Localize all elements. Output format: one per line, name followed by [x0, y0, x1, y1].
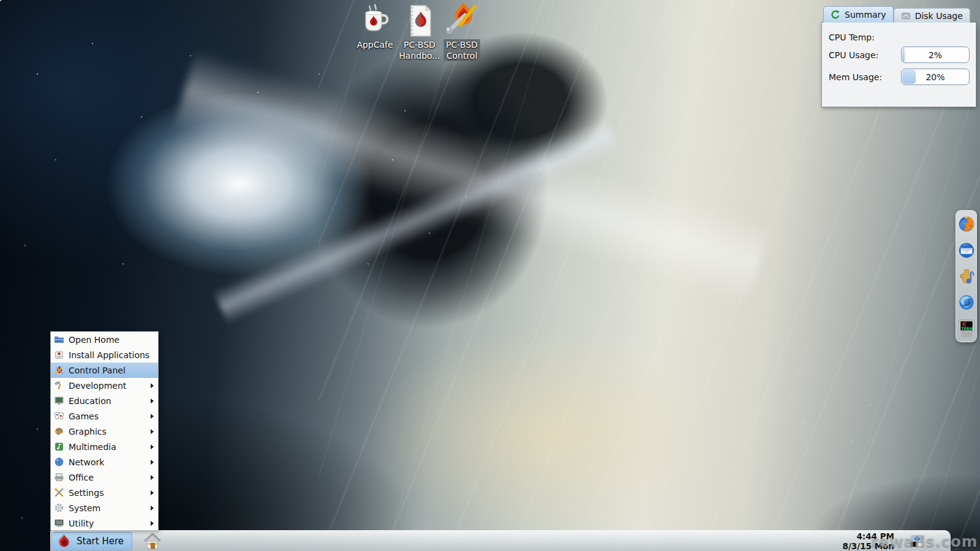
taskbar: Start Here 4:44 PM 8/3/15 Mon [50, 530, 951, 551]
pcbsd-flame-icon [56, 533, 72, 549]
desktop-icon-label: PC-BSD Control [443, 39, 480, 61]
menu-item-system[interactable]: System [51, 500, 158, 515]
desktop-icon-appcafe[interactable]: AppCafe [352, 4, 398, 50]
control-tools-icon [443, 1, 480, 38]
menu-item-open-home[interactable]: Open Home [51, 332, 158, 347]
disk-icon [901, 11, 911, 21]
submenu-arrow-icon [151, 475, 154, 480]
juk-music-icon [957, 267, 976, 285]
dock-item-thunderbird[interactable] [957, 241, 976, 260]
monitor-icon [54, 518, 64, 528]
submenu-arrow-icon [151, 399, 154, 403]
menu-item-office[interactable]: Office [51, 470, 158, 485]
menu-item-multimedia[interactable]: Multimedia [51, 439, 158, 454]
cpu-temp-row: CPU Temp: [829, 29, 970, 45]
control-panel-icon [54, 365, 64, 375]
monitor-tabs: Summary Disk Usage [821, 6, 976, 23]
gear-icon [54, 503, 64, 513]
submenu-arrow-icon [151, 490, 154, 495]
cards-icon [54, 411, 64, 421]
blackboard-icon [54, 395, 64, 406]
menu-item-graphics[interactable]: Graphics [51, 424, 158, 439]
menu-item-control-panel[interactable]: Control Panel [51, 362, 158, 378]
desktop-icon-label: AppCafe [356, 39, 393, 50]
desktop: AppCafe PC-BSD Handbo... [0, 0, 980, 551]
submenu-arrow-icon [151, 460, 154, 465]
home-button[interactable] [142, 531, 163, 551]
menu-item-utility[interactable]: Utility [51, 515, 158, 531]
menu-item-network[interactable]: Network [51, 454, 158, 470]
xterm-icon: X TERM [957, 319, 976, 337]
tab-disk-usage[interactable]: Disk Usage [894, 8, 970, 23]
dock-item-music-player[interactable] [957, 267, 976, 285]
submenu-arrow-icon [151, 444, 154, 449]
cpu-usage-row: CPU Usage: 2% [829, 47, 970, 63]
system-monitor-widget: Summary Disk Usage CPU Temp: CPU Usage: … [821, 6, 976, 107]
dock-item-firefox[interactable] [957, 215, 976, 233]
mem-usage-row: Mem Usage: 20% [829, 69, 970, 85]
submenu-arrow-icon [151, 383, 154, 388]
thunderbird-icon [957, 241, 976, 260]
menu-item-settings[interactable]: Settings [51, 485, 158, 500]
submenu-arrow-icon [151, 429, 154, 434]
monitor-body: CPU Temp: CPU Usage: 2% Mem Usage: 20% [821, 22, 976, 107]
start-menu: Open Home Install Applications Control P… [50, 331, 159, 530]
handbook-document-icon [402, 4, 437, 38]
crossed-tools-icon [54, 487, 64, 498]
menu-item-development[interactable]: Development [51, 378, 158, 393]
palette-icon [54, 426, 64, 437]
konqueror-globe-icon [957, 293, 976, 312]
house-icon [143, 532, 162, 550]
submenu-arrow-icon [151, 506, 154, 511]
hammer-icon [54, 380, 64, 391]
menu-item-install-applications[interactable]: Install Applications [51, 347, 158, 362]
dock-item-browser[interactable] [957, 293, 976, 312]
dock-item-xterm[interactable]: X TERM [957, 319, 976, 337]
svg-text:TERM: TERM [961, 326, 973, 331]
desktop-icon-control[interactable]: PC-BSD Control [439, 1, 484, 61]
wallpaper-watermark: rewalls.com [871, 533, 978, 550]
refresh-icon [831, 10, 840, 20]
tab-summary[interactable]: Summary [823, 6, 894, 23]
package-icon [54, 350, 64, 360]
cpu-usage-bar: 2% [901, 47, 970, 63]
stars-decoration [0, 0, 1, 1]
home-folder-icon [54, 334, 64, 345]
menu-item-games[interactable]: Games [51, 408, 158, 424]
firefox-icon [957, 215, 976, 233]
mem-usage-bar: 20% [901, 69, 970, 85]
quick-launch-dock: X TERM [956, 210, 977, 342]
start-button[interactable]: Start Here [51, 532, 132, 550]
submenu-arrow-icon [151, 521, 154, 526]
globe-icon [54, 457, 64, 467]
desktop-icon-label: PC-BSD Handbo... [399, 39, 440, 61]
menu-item-education[interactable]: Education [51, 393, 158, 408]
submenu-arrow-icon [151, 414, 154, 419]
desktop-icon-handbook[interactable]: PC-BSD Handbo... [397, 4, 442, 61]
printer-icon [54, 472, 64, 482]
media-icon [54, 441, 64, 452]
appcafe-mug-icon [358, 4, 392, 38]
